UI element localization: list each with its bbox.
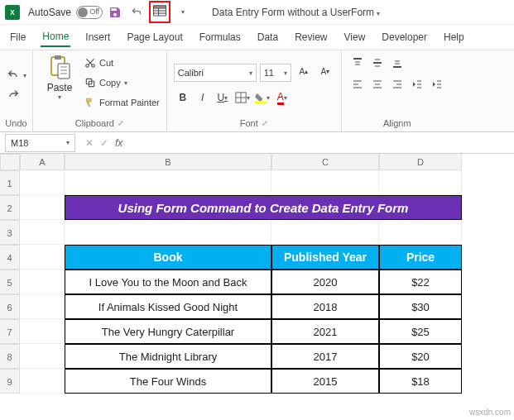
row-header[interactable]: 6 <box>0 294 20 319</box>
align-top-button[interactable] <box>348 54 367 72</box>
svg-rect-22 <box>255 101 267 103</box>
table-header[interactable]: Published Year <box>271 245 379 270</box>
svg-rect-3 <box>154 6 166 8</box>
copy-button[interactable]: Copy▾ <box>84 74 160 92</box>
formula-bar: M18▾ ✕ ✓ fx <box>0 132 514 154</box>
group-alignment-label: Alignm <box>348 117 446 128</box>
group-undo-label: Undo <box>7 117 26 128</box>
sheet-title[interactable]: Using Form Command to Create Data Entry … <box>65 195 462 220</box>
font-name-dropdown[interactable]: Calibri▾ <box>174 64 257 82</box>
row-header[interactable]: 4 <box>0 245 20 270</box>
font-launcher-icon[interactable]: ⤢ <box>262 119 268 127</box>
tab-view[interactable]: View <box>343 28 367 46</box>
row-header[interactable]: 7 <box>0 319 20 344</box>
table-header[interactable]: Book <box>65 245 271 270</box>
table-cell[interactable]: The Midnight Library <box>65 344 271 369</box>
table-cell[interactable]: If Animals Kissed Good Night <box>65 294 271 319</box>
name-box[interactable]: M18▾ <box>5 134 75 152</box>
ribbon: ▾ Undo Paste▾ Cut Copy▾ <box>0 50 514 132</box>
col-header-b[interactable]: B <box>65 154 271 170</box>
clipboard-launcher-icon[interactable]: ⤢ <box>118 119 124 127</box>
table-header[interactable]: Price <box>379 245 462 270</box>
tab-file[interactable]: File <box>8 28 27 46</box>
title-bar: X AutoSave Off ▾ Data Entry Form without… <box>0 0 514 25</box>
document-title: Data Entry Form without a UserForm ▾ <box>212 7 380 18</box>
increase-font-button[interactable]: A▴ <box>295 62 313 80</box>
autosave-toggle[interactable]: AutoSave Off <box>28 6 103 19</box>
bold-button[interactable]: B <box>174 88 192 107</box>
row-header[interactable]: 2 <box>0 195 20 220</box>
svg-rect-8 <box>55 55 61 60</box>
table-cell[interactable]: $25 <box>379 319 462 344</box>
save-button[interactable] <box>106 3 124 21</box>
col-header-d[interactable]: D <box>379 154 462 170</box>
svg-text:X: X <box>10 8 15 16</box>
table-cell[interactable]: 2021 <box>271 319 379 344</box>
group-font-label: Font <box>240 118 258 128</box>
row-header[interactable]: 8 <box>0 344 20 369</box>
watermark: wsxdn.com <box>469 408 511 417</box>
table-cell[interactable]: $20 <box>379 344 462 369</box>
row-header[interactable]: 5 <box>0 270 20 294</box>
format-painter-button[interactable]: Format Painter <box>84 93 160 112</box>
tab-page-layout[interactable]: Page Layout <box>125 28 184 46</box>
redo-button[interactable] <box>7 86 20 104</box>
row-header[interactable]: 9 <box>0 369 20 394</box>
decrease-font-button[interactable]: A▾ <box>316 62 334 80</box>
table-cell[interactable]: I Love You to the Moon and Back <box>65 270 271 294</box>
enter-formula-icon[interactable]: ✓ <box>100 137 108 149</box>
underline-button[interactable]: U▾ <box>214 88 232 107</box>
undo-qat-button[interactable] <box>127 3 146 21</box>
font-size-dropdown[interactable]: 11▾ <box>260 64 291 82</box>
undo-button[interactable]: ▾ <box>7 66 26 84</box>
tab-formulas[interactable]: Formulas <box>198 28 243 46</box>
table-cell[interactable]: 2018 <box>271 294 379 319</box>
excel-icon: X <box>5 5 20 20</box>
increase-indent-button[interactable] <box>428 75 446 93</box>
cancel-formula-icon[interactable]: ✕ <box>85 137 94 149</box>
autosave-label: AutoSave <box>28 7 71 18</box>
table-cell[interactable]: 2017 <box>271 344 379 369</box>
table-cell[interactable]: The Four Winds <box>65 369 271 394</box>
align-center-button[interactable] <box>368 75 387 93</box>
table-cell[interactable]: 2020 <box>271 270 379 294</box>
align-left-button[interactable] <box>348 75 367 93</box>
align-right-button[interactable] <box>388 75 406 93</box>
tab-developer[interactable]: Developer <box>380 28 429 46</box>
select-all-corner[interactable] <box>0 154 20 170</box>
table-cell[interactable]: 2015 <box>271 369 379 394</box>
borders-button[interactable]: ▾ <box>233 88 252 107</box>
spreadsheet-grid: A B C D 1 2 3 4 5 6 7 8 9 Using Form Com… <box>0 154 514 394</box>
form-qat-button-highlighted[interactable] <box>149 1 171 23</box>
tab-data[interactable]: Data <box>256 28 280 46</box>
font-color-button[interactable]: A▾ <box>273 88 291 107</box>
tab-home[interactable]: Home <box>41 27 70 47</box>
decrease-indent-button[interactable] <box>408 75 426 93</box>
fx-icon[interactable]: fx <box>115 137 122 149</box>
table-cell[interactable]: $22 <box>379 270 462 294</box>
align-bottom-button[interactable] <box>388 54 406 72</box>
table-cell[interactable]: $30 <box>379 294 462 319</box>
tab-review[interactable]: Review <box>293 28 329 46</box>
cut-button[interactable]: Cut <box>84 54 160 72</box>
table-cell[interactable]: $18 <box>379 369 462 394</box>
qat-customize-button[interactable]: ▾ <box>174 3 192 21</box>
row-header[interactable]: 3 <box>0 220 20 245</box>
col-header-a[interactable]: A <box>20 154 65 170</box>
row-header[interactable]: 1 <box>0 170 20 195</box>
paste-button[interactable]: Paste▾ <box>40 54 79 101</box>
group-clipboard-label: Clipboard <box>75 118 114 128</box>
ribbon-tabs: File Home Insert Page Layout Formulas Da… <box>0 25 514 50</box>
tab-help[interactable]: Help <box>442 28 466 46</box>
align-middle-button[interactable] <box>368 54 387 72</box>
tab-insert[interactable]: Insert <box>84 28 112 46</box>
italic-button[interactable]: I <box>194 88 212 107</box>
svg-rect-9 <box>58 64 70 79</box>
col-header-c[interactable]: C <box>271 154 379 170</box>
table-cell[interactable]: The Very Hungry Caterpillar <box>65 319 271 344</box>
fill-color-button[interactable]: ▾ <box>253 88 271 107</box>
